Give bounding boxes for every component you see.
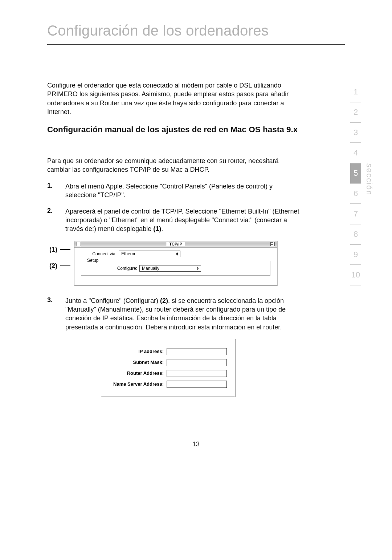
section-nav-item-3[interactable]: 3 <box>350 123 361 143</box>
section-vertical-label: sección <box>364 163 374 196</box>
subheading: Configuración manual de los ajustes de r… <box>47 124 301 135</box>
intro-paragraph: Configure el ordenador que está conectad… <box>47 81 294 116</box>
panel-title: TCP/IP <box>166 242 185 246</box>
step-text: Aparecerá el panel de control de TCP/IP.… <box>65 207 301 234</box>
steps-list-2: 3. Junto a "Configure" (Configurar) (2),… <box>47 296 345 332</box>
step-number: 3. <box>47 296 55 332</box>
connect-via-label: Connect via: <box>81 251 117 256</box>
callout-2: (2) <box>49 262 57 270</box>
page-title: Configuración de los ordenadores <box>47 15 345 45</box>
updown-icon: ▲▼ <box>176 252 179 256</box>
section-nav-item-7[interactable]: 7 <box>350 204 361 224</box>
lead-paragraph: Para que su ordenador se comunique adecu… <box>47 157 301 174</box>
name-server-label: Name Server Address: <box>109 381 164 387</box>
section-nav: 12345678910 <box>350 82 361 285</box>
name-server-field[interactable] <box>167 381 227 388</box>
section-nav-item-8[interactable]: 8 <box>350 224 361 245</box>
updown-icon: ▲▼ <box>196 267 199 270</box>
router-address-field[interactable] <box>167 370 227 377</box>
panel-titlebar: TCP/IP <box>74 241 277 248</box>
callout-1: (1) <box>49 246 57 253</box>
subnet-mask-label: Subnet Mask: <box>109 360 164 365</box>
zoom-box-icon[interactable] <box>270 242 275 246</box>
setup-legend: Setup <box>86 258 99 263</box>
ip-address-label: IP address: <box>109 349 164 354</box>
callouts: (1) (2) <box>49 246 70 270</box>
configure-popup[interactable]: Manually ▲▼ <box>139 265 201 272</box>
section-nav-item-9[interactable]: 9 <box>350 245 361 265</box>
callout-line <box>60 249 70 250</box>
section-nav-item-6[interactable]: 6 <box>350 184 361 204</box>
step-number: 2. <box>47 207 55 234</box>
configure-value: Manually <box>142 266 159 271</box>
configure-label: Configure: <box>81 266 137 271</box>
step-1: 1. Abra el menú Apple. Seleccione "Contr… <box>47 182 301 200</box>
section-nav-item-5[interactable]: 5 <box>350 163 361 184</box>
section-nav-item-1[interactable]: 1 <box>350 82 361 102</box>
section-nav-item-2[interactable]: 2 <box>350 102 361 123</box>
step-text: Abra el menú Apple. Seleccione "Control … <box>65 182 301 200</box>
close-box-icon[interactable] <box>77 242 81 246</box>
step-3: 3. Junto a "Configure" (Configurar) (2),… <box>47 296 301 332</box>
step-number: 1. <box>47 182 55 200</box>
step-text: Junto a "Configure" (Configurar) (2), si… <box>65 296 301 332</box>
ip-address-field[interactable] <box>167 348 227 355</box>
section-nav-item-10[interactable]: 10 <box>350 265 361 285</box>
ip-address-table: IP address: Subnet Mask: Router Address:… <box>101 339 235 397</box>
steps-list: 1. Abra el menú Apple. Seleccione "Contr… <box>47 182 345 233</box>
router-address-label: Router Address: <box>109 370 164 376</box>
connect-via-popup[interactable]: Ethernet ▲▼ <box>119 251 180 257</box>
connect-via-value: Ethernet <box>121 251 138 256</box>
tcpip-figure: (1) (2) TCP/IP Connect via: Ethernet ▲▼ <box>49 241 345 285</box>
tcpip-panel: TCP/IP Connect via: Ethernet ▲▼ Setup Co… <box>74 241 277 285</box>
section-nav-item-4[interactable]: 4 <box>350 143 361 163</box>
callout-line <box>60 265 70 266</box>
subnet-mask-field[interactable] <box>167 359 227 366</box>
page-number: 13 <box>47 441 345 448</box>
step-2: 2. Aparecerá el panel de control de TCP/… <box>47 207 301 234</box>
